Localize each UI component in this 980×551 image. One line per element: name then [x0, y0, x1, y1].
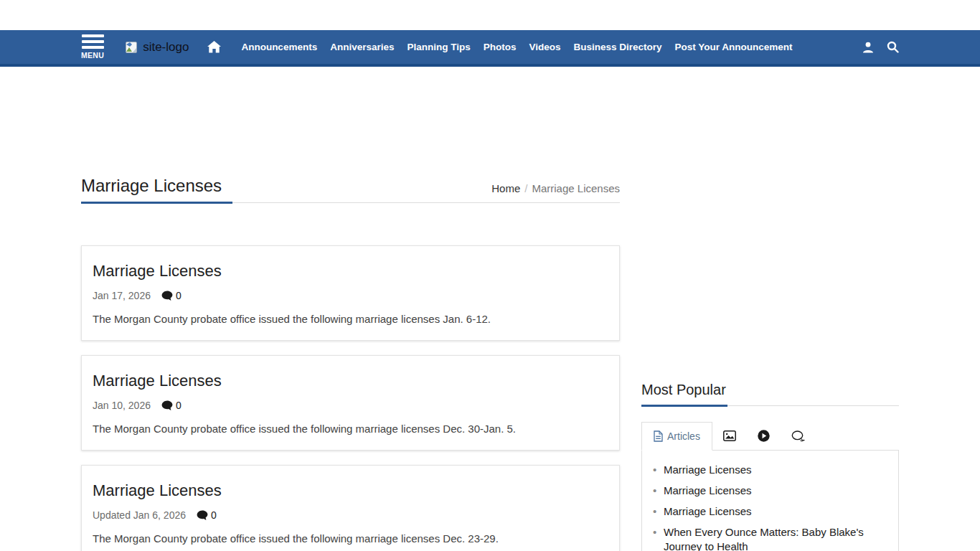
tab-articles-label: Articles: [667, 430, 700, 442]
most-popular-header: Most Popular: [641, 382, 899, 406]
article-date: Jan 10, 2026: [93, 400, 151, 411]
tab-commented[interactable]: [781, 422, 816, 450]
article-date: Jan 17, 2026: [93, 290, 151, 301]
user-icon: [862, 41, 875, 54]
tab-videos[interactable]: [747, 422, 781, 450]
hamburger-icon: [82, 34, 104, 49]
most-popular-tabs: Articles: [641, 422, 899, 450]
article-title-link[interactable]: Marriage Licenses: [93, 372, 608, 390]
nav-home[interactable]: [207, 41, 221, 53]
play-circle-icon: [758, 430, 770, 442]
article-list: Marriage Licenses Jan 17, 2026 0 The Mor…: [81, 245, 620, 551]
main-navbar: MENU site-logo Announcements A: [0, 30, 980, 67]
nav-item-anniversaries[interactable]: Anniversaries: [330, 42, 394, 52]
comment-count: 0: [176, 290, 182, 301]
page-title: Marriage Licenses: [81, 176, 222, 196]
popular-item-link[interactable]: Marriage Licenses: [651, 504, 890, 519]
article-summary: The Morgan County probate office issued …: [93, 313, 608, 325]
nav-links: Announcements Anniversaries Planning Tip…: [241, 42, 792, 52]
comments-icon: [791, 430, 805, 442]
article-card: Marriage Licenses Jan 17, 2026 0 The Mor…: [81, 245, 620, 341]
comments-link[interactable]: 0: [161, 290, 182, 301]
search-button[interactable]: [887, 41, 899, 53]
popular-item-link[interactable]: When Every Ounce Matters: Baby Blake's J…: [651, 525, 890, 551]
nav-item-videos[interactable]: Videos: [529, 42, 560, 52]
nav-item-announcements[interactable]: Announcements: [241, 42, 317, 52]
article-meta: Jan 10, 2026 0: [93, 400, 608, 411]
nav-item-business-directory[interactable]: Business Directory: [574, 42, 662, 52]
content-area: Marriage Licenses Home/Marriage Licenses…: [81, 67, 899, 551]
top-whitespace: [0, 0, 980, 30]
nav-item-photos[interactable]: Photos: [484, 42, 517, 52]
article-title-link[interactable]: Marriage Licenses: [93, 262, 608, 281]
home-icon: [207, 41, 221, 53]
breadcrumb-home-link[interactable]: Home: [491, 182, 520, 194]
article-meta: Jan 17, 2026 0: [93, 290, 608, 301]
popular-item-link[interactable]: Marriage Licenses: [651, 463, 890, 477]
comment-icon: [161, 400, 173, 411]
image-icon: [723, 430, 736, 441]
main-column: Marriage Licenses Home/Marriage Licenses…: [81, 176, 620, 551]
nav-item-planning-tips[interactable]: Planning Tips: [407, 42, 470, 52]
comment-count: 0: [176, 400, 182, 411]
comment-icon: [161, 291, 173, 301]
nav-item-post-your-announcement[interactable]: Post Your Announcement: [675, 42, 793, 52]
breadcrumb: Home/Marriage Licenses: [491, 182, 620, 196]
sidebar: Most Popular Articles: [641, 176, 899, 551]
most-popular-widget: Most Popular Articles: [641, 382, 899, 551]
comment-count: 0: [211, 509, 217, 521]
most-popular-underline: [641, 405, 727, 407]
page-header: Marriage Licenses Home/Marriage Licenses: [81, 176, 620, 203]
site-logo[interactable]: site-logo: [126, 40, 189, 55]
tab-images[interactable]: [712, 422, 747, 450]
most-popular-panel: Marriage Licenses Marriage Licenses Marr…: [641, 450, 899, 551]
document-icon: [654, 430, 663, 442]
menu-button[interactable]: MENU: [81, 34, 104, 60]
logo-alt-text: site-logo: [143, 40, 189, 55]
navbar-right: [862, 41, 899, 54]
article-card: Marriage Licenses Updated Jan 6, 2026 0 …: [81, 465, 620, 551]
comments-link[interactable]: 0: [161, 400, 182, 411]
popular-item-link[interactable]: Marriage Licenses: [651, 484, 890, 498]
user-account-button[interactable]: [862, 41, 875, 54]
article-title-link[interactable]: Marriage Licenses: [93, 481, 608, 500]
most-popular-list: Marriage Licenses Marriage Licenses Marr…: [651, 463, 890, 551]
broken-image-icon: [126, 42, 140, 53]
breadcrumb-separator: /: [524, 182, 527, 194]
tab-articles[interactable]: Articles: [641, 422, 712, 451]
breadcrumb-current: Marriage Licenses: [532, 182, 620, 194]
search-icon: [887, 41, 899, 53]
article-date: Updated Jan 6, 2026: [93, 509, 186, 521]
most-popular-title: Most Popular: [641, 382, 899, 398]
title-underline: [81, 202, 232, 204]
article-card: Marriage Licenses Jan 10, 2026 0 The Mor…: [81, 355, 620, 451]
comments-link[interactable]: 0: [197, 509, 217, 521]
navbar-inner: MENU site-logo Announcements A: [81, 30, 899, 64]
comment-icon: [197, 510, 208, 521]
article-meta: Updated Jan 6, 2026 0: [93, 509, 608, 521]
article-summary: The Morgan County probate office issued …: [93, 532, 608, 545]
menu-label: MENU: [81, 51, 104, 60]
article-summary: The Morgan County probate office issued …: [93, 423, 608, 435]
